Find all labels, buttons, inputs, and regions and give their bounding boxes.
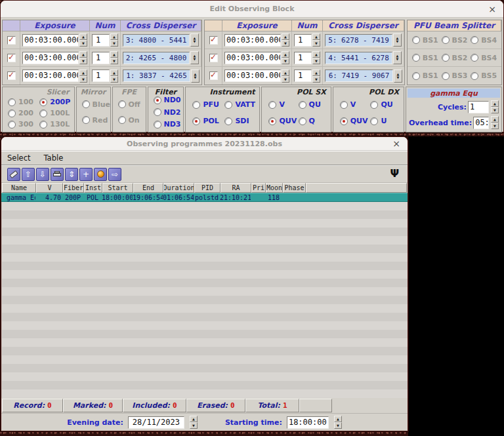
cross-disperser-select[interactable]: 1: 3837 - 4265	[123, 69, 190, 82]
cross-disperser-select[interactable]: 2: 4265 - 4800	[123, 52, 190, 64]
table-row-selected[interactable]: gamma Equ 4.70 200P POL 18:00:00 19:06:5…	[1, 193, 408, 202]
radio-mirror-blue[interactable]: Blue	[82, 100, 108, 109]
radio-bs2[interactable]: BS2	[442, 54, 468, 62]
radio-fpe-off[interactable]: Off	[118, 100, 143, 109]
radio-poldx-u[interactable]: U	[370, 117, 401, 125]
num-input[interactable]: 1	[92, 34, 110, 47]
exposure-input[interactable]: 00:03:00.000	[22, 34, 79, 47]
exposure-spinner[interactable]: ▲▼	[282, 33, 289, 47]
overhead-time-input[interactable]: 05:30:00	[473, 117, 489, 129]
column-header-end[interactable]: End	[133, 183, 163, 193]
move-down-button[interactable]: ⇩	[36, 168, 49, 181]
radio-bs2[interactable]: BS2	[442, 36, 468, 45]
num-input[interactable]: 1	[294, 52, 312, 64]
cross-disperser-select[interactable]: 3: 4800 - 5441	[123, 34, 190, 47]
radio-polsx-q[interactable]: Q	[299, 117, 328, 125]
exposure-input[interactable]: 00:03:00.000	[224, 69, 281, 82]
row-checkbox[interactable]: ✓	[205, 67, 222, 85]
column-header-pid[interactable]: PID	[194, 183, 220, 193]
dropdown-button[interactable]: ▲▼	[190, 51, 199, 64]
sort-button[interactable]: ⇕	[65, 168, 78, 181]
row-checkbox[interactable]: ✓	[3, 49, 20, 67]
radio-filter-nd2[interactable]: ND2	[154, 108, 182, 117]
menu-select[interactable]: Select	[7, 153, 30, 163]
starting-time-spinner[interactable]: ▲▼	[334, 416, 342, 429]
move-right-button[interactable]: ⇨	[108, 168, 121, 181]
overhead-spinner[interactable]: ▲▼	[491, 116, 499, 129]
num-spinner[interactable]: ▲▼	[312, 33, 320, 47]
column-header-start[interactable]: Start	[102, 183, 133, 193]
radio-bs1[interactable]: BS1	[412, 54, 438, 62]
close-icon[interactable]: ×	[392, 137, 400, 150]
cross-disperser-select[interactable]: 6: 7419 - 9067	[325, 69, 393, 82]
row-checkbox[interactable]: ✓	[205, 49, 222, 67]
radio-instrument-pol[interactable]: POL	[192, 117, 224, 125]
radio-instrument-pfu[interactable]: PFU	[192, 100, 224, 109]
dropdown-button[interactable]: ▲▼	[393, 51, 402, 64]
print-button[interactable]	[51, 168, 64, 181]
starting-time-input[interactable]: 18:00:00	[287, 416, 329, 429]
radio-slicer-100l[interactable]: 100L	[39, 108, 71, 119]
erase-button[interactable]	[7, 168, 20, 181]
cycles-spinner[interactable]: ▲▼	[491, 100, 499, 113]
column-header-ra[interactable]: RA	[220, 183, 251, 193]
column-header-inst[interactable]: Inst	[84, 183, 102, 193]
exposure-spinner[interactable]: ▲▼	[79, 51, 87, 64]
radio-bs3[interactable]: BS3	[442, 71, 468, 80]
row-checkbox[interactable]: ✓	[3, 31, 20, 49]
radio-polsx-qu[interactable]: QU	[299, 100, 328, 109]
radio-bs5[interactable]: BS5	[471, 71, 497, 80]
move-up-button[interactable]: ⇧	[22, 168, 35, 181]
exposure-spinner[interactable]: ▲▼	[282, 69, 289, 83]
column-header-phase[interactable]: Phase	[283, 183, 306, 193]
edit-window-titlebar[interactable]: Edit Observing Block ×	[1, 1, 503, 18]
num-input[interactable]: 1	[294, 69, 312, 82]
row-checkbox[interactable]: ✓	[3, 67, 20, 85]
num-spinner[interactable]: ▲▼	[110, 69, 118, 83]
evening-date-spinner[interactable]: ▲▼	[190, 416, 198, 429]
dropdown-button[interactable]: ▲▼	[393, 33, 402, 47]
column-header-moon[interactable]: Moon	[266, 183, 283, 193]
radio-poldx-v[interactable]: V	[340, 100, 371, 109]
column-header-name[interactable]: Name	[2, 183, 36, 193]
radio-instrument-sdi[interactable]: SDI	[224, 117, 257, 125]
close-icon[interactable]: ×	[488, 1, 496, 17]
radio-filter-nd3[interactable]: ND3	[154, 120, 182, 129]
num-input[interactable]: 1	[92, 52, 110, 64]
dropdown-button[interactable]: ▲▼	[394, 69, 402, 83]
radio-slicer-100[interactable]: 100	[8, 96, 39, 108]
radio-fpe-on[interactable]: On	[118, 116, 143, 125]
radio-polsx-quv[interactable]: QUV	[268, 117, 298, 125]
column-header-fiber[interactable]: Fiber	[63, 183, 84, 193]
radio-polsx-v[interactable]: V	[268, 100, 298, 109]
radio-slicer-200[interactable]: 200	[8, 108, 39, 119]
radio-slicer-300[interactable]: 300	[8, 119, 39, 130]
radio-bs4[interactable]: BS4	[471, 54, 497, 62]
num-input[interactable]: 1	[92, 69, 110, 82]
radio-slicer-130l[interactable]: 130L	[39, 119, 71, 130]
obs-window-titlebar[interactable]: Observing programmes 20231128.obs ×	[1, 137, 408, 151]
table-body-empty[interactable]	[1, 202, 408, 398]
alarm-button[interactable]	[94, 168, 107, 181]
menu-table[interactable]: Table	[43, 153, 63, 163]
radio-slicer-200p[interactable]: 200P	[39, 96, 71, 108]
column-header-duration[interactable]: Duration	[163, 183, 194, 193]
radio-bs1[interactable]: BS1	[412, 71, 438, 80]
column-header-v[interactable]: V	[36, 183, 63, 193]
dropdown-button[interactable]: ▲▼	[190, 33, 199, 47]
cross-disperser-select[interactable]: 5: 6278 - 7419	[325, 34, 392, 47]
exposure-spinner[interactable]: ▲▼	[79, 33, 87, 47]
exposure-spinner[interactable]: ▲▼	[79, 69, 87, 83]
radio-mirror-red[interactable]: Red	[82, 116, 108, 125]
radio-filter-nd0[interactable]: ND0	[154, 96, 182, 104]
cross-disperser-select[interactable]: 4: 5441 - 6278	[325, 52, 392, 64]
exposure-input[interactable]: 00:03:00.000	[22, 69, 79, 82]
radio-poldx-qu[interactable]: QU	[370, 100, 401, 109]
num-spinner[interactable]: ▲▼	[110, 51, 118, 64]
num-input[interactable]: 1	[294, 34, 312, 47]
exposure-input[interactable]: 00:03:00.000	[224, 52, 281, 64]
radio-poldx-quv[interactable]: QUV	[340, 117, 371, 125]
cycles-input[interactable]: 1	[468, 101, 489, 113]
exposure-input[interactable]: 00:03:00.000	[22, 52, 79, 64]
evening-date-input[interactable]: 28/11/2023	[128, 416, 184, 429]
